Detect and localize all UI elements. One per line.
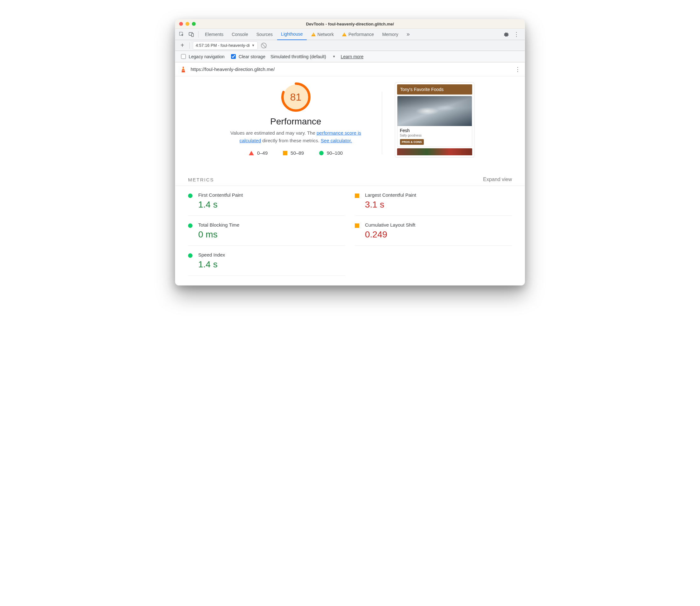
checkbox-label: Legacy navigation [189, 54, 225, 59]
lighthouse-options-bar: Legacy navigation Clear storage Simulate… [175, 51, 525, 62]
circle-icon [188, 224, 193, 228]
preview-card-button: PROS & CONS [400, 139, 424, 145]
circle-icon [319, 151, 323, 155]
legend-average: 50–89 [283, 150, 304, 156]
lighthouse-logo-icon [180, 66, 187, 73]
metric-label: Cumulative Layout Shift [365, 222, 415, 228]
svg-rect-2 [192, 33, 193, 37]
lighthouse-subbar: + 4:57:16 PM - foul-heavenly-di ▼ [175, 40, 525, 51]
tab-label: Network [317, 32, 334, 37]
score-legend: 0–49 50–89 90–100 [249, 150, 343, 156]
traffic-lights [179, 22, 196, 26]
report-url: https://foul-heavenly-direction.glitch.m… [191, 67, 274, 72]
report-url-bar: https://foul-heavenly-direction.glitch.m… [175, 62, 525, 76]
metric-item[interactable]: Total Blocking Time0 ms [188, 216, 345, 246]
inspect-icon[interactable] [177, 30, 186, 39]
checkbox-label: Clear storage [239, 54, 265, 59]
learn-more-link[interactable]: Learn more [341, 54, 364, 59]
tab-console[interactable]: Console [228, 29, 252, 40]
preview-card-subtitle: Salty goodness [400, 134, 469, 137]
preview-card: Fesh Salty goodness PROS & CONS [397, 96, 472, 147]
zoom-window-button[interactable] [192, 22, 196, 26]
metrics-grid: First Contentful Paint1.4 sLargest Conte… [175, 186, 525, 276]
square-icon [355, 224, 359, 228]
warning-icon [311, 32, 316, 36]
metric-value: 1.4 s [198, 200, 243, 210]
legacy-nav-checkbox[interactable]: Legacy navigation [180, 53, 225, 60]
metric-item[interactable]: First Contentful Paint1.4 s [188, 186, 345, 216]
metric-item[interactable]: Cumulative Layout Shift0.249 [355, 216, 512, 246]
window-title: DevTools - foul-heavenly-direction.glitc… [175, 22, 525, 26]
devtools-tabbar: Elements Console Sources Lighthouse Netw… [175, 29, 525, 40]
legend-fail: 0–49 [249, 150, 268, 156]
metric-value: 0 ms [198, 230, 239, 240]
warning-icon [342, 32, 346, 36]
preview-header: Tony's Favorite Foods [397, 84, 472, 95]
tab-label: Memory [382, 32, 399, 37]
tab-label: Elements [205, 32, 223, 37]
throttling-label: Simulated throttling (default) [270, 54, 326, 59]
separator [198, 31, 198, 38]
legend-pass: 90–100 [319, 150, 343, 156]
tab-label: Console [232, 32, 248, 37]
metric-label: Total Blocking Time [198, 222, 239, 228]
svg-rect-3 [183, 67, 184, 68]
throttling-select[interactable]: Simulated throttling (default) ▼ [270, 54, 336, 59]
tab-label: Performance [348, 32, 374, 37]
metric-item[interactable]: Largest Contentful Paint3.1 s [355, 186, 512, 216]
chevron-down-icon: ▼ [252, 44, 255, 47]
clear-storage-checkbox[interactable]: Clear storage [230, 53, 265, 60]
metric-label: Speed Index [198, 252, 225, 257]
gauge-score: 81 [281, 82, 311, 112]
device-toggle-icon[interactable] [187, 30, 196, 39]
legacy-nav-input[interactable] [181, 54, 186, 59]
gauge-column: 81 Performance Values are estimated and … [223, 82, 369, 156]
report-more-icon[interactable]: ⋮ [515, 66, 520, 73]
tab-sources[interactable]: Sources [252, 29, 276, 40]
metric-value: 1.4 s [198, 259, 225, 270]
tab-label: Lighthouse [281, 31, 303, 37]
category-title: Performance [270, 116, 321, 127]
chevron-down-icon: ▼ [333, 55, 336, 58]
preview-card-title: Fesh [400, 128, 469, 133]
circle-icon [188, 193, 193, 198]
metric-item[interactable]: Speed Index1.4 s [188, 246, 345, 276]
tabs-overflow-button[interactable]: » [403, 29, 414, 40]
metric-label: First Contentful Paint [198, 192, 243, 197]
triangle-icon [249, 151, 254, 155]
circle-icon [188, 253, 193, 258]
see-calculator-link[interactable]: See calculator. [321, 138, 352, 143]
performance-gauge[interactable]: 81 [281, 82, 311, 112]
page-screenshot-preview: Tony's Favorite Foods Fesh Salty goodnes… [395, 82, 475, 158]
separator [189, 42, 190, 49]
devtools-window: DevTools - foul-heavenly-direction.glitc… [175, 19, 525, 285]
expand-view-button[interactable]: Expand view [483, 177, 512, 182]
metrics-heading: METRICS [188, 177, 214, 182]
tab-label: Sources [257, 32, 273, 37]
lighthouse-report: 81 Performance Values are estimated and … [175, 76, 525, 285]
tab-elements[interactable]: Elements [201, 29, 227, 40]
tab-network[interactable]: Network [307, 29, 338, 40]
clear-audit-icon[interactable] [261, 43, 267, 48]
square-icon [283, 151, 287, 155]
vertical-divider [382, 92, 382, 154]
settings-gear-icon[interactable] [502, 30, 511, 39]
preview-card-image [397, 96, 472, 126]
more-vert-icon[interactable]: ⋮ [512, 30, 521, 39]
audit-select-label: 4:57:16 PM - foul-heavenly-di [196, 43, 250, 48]
tab-lighthouse[interactable]: Lighthouse [277, 29, 307, 40]
metric-value: 3.1 s [365, 200, 416, 210]
new-audit-button[interactable]: + [178, 42, 186, 49]
window-titlebar: DevTools - foul-heavenly-direction.glitc… [175, 19, 525, 29]
minimize-window-button[interactable] [186, 22, 189, 26]
tab-memory[interactable]: Memory [378, 29, 402, 40]
metric-label: Largest Contentful Paint [365, 192, 416, 197]
close-window-button[interactable] [179, 22, 183, 26]
tab-performance[interactable]: Performance [338, 29, 378, 40]
audit-select[interactable]: 4:57:16 PM - foul-heavenly-di ▼ [193, 41, 258, 50]
preview-strip-image [397, 148, 472, 155]
metric-value: 0.249 [365, 230, 415, 240]
category-description: Values are estimated and may vary. The p… [227, 129, 364, 144]
square-icon [355, 193, 359, 198]
clear-storage-input[interactable] [231, 54, 236, 59]
